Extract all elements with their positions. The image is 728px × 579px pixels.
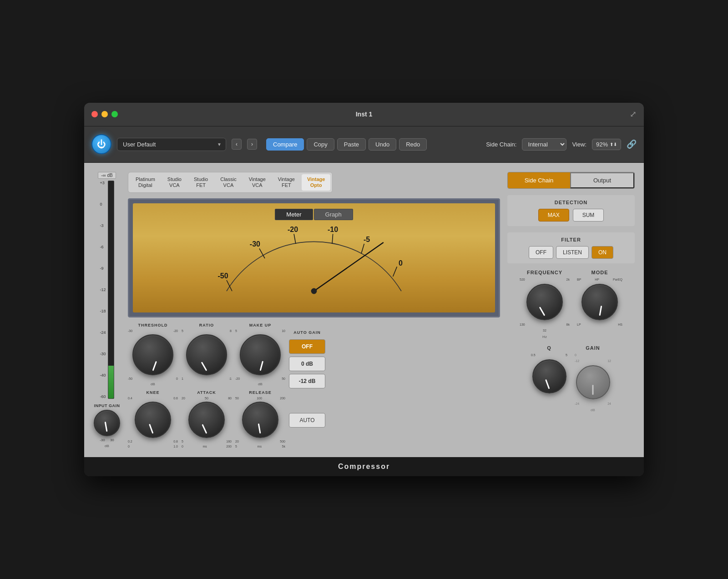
tab-vintage-opto[interactable]: VintageOpto (302, 174, 331, 191)
svg-text:-30: -30 (250, 240, 260, 248)
mode-knob[interactable] (581, 284, 618, 320)
filter-off-button[interactable]: OFF (529, 246, 553, 259)
makeup-scale-top: 510 (235, 329, 285, 332)
freq-mode-row: FREQUENCY 5202k 1308k 32 Hz (507, 270, 635, 339)
gain-knob (576, 365, 610, 399)
freq-scale-top: 5202k (520, 278, 570, 281)
detection-buttons: MAX SUM (512, 209, 630, 222)
meter-tab[interactable]: Meter (275, 209, 313, 220)
graph-tab[interactable]: Graph (314, 209, 353, 220)
tick-minus60: -60 (100, 394, 106, 399)
release-scale-top: 50100200 (235, 397, 285, 400)
compare-button[interactable]: Compare (266, 138, 304, 151)
filter-on-button[interactable]: ON (592, 246, 613, 259)
tab-platinum-digital[interactable]: PlatinumDigital (130, 174, 161, 191)
tick-minus24: -24 (100, 330, 106, 335)
tab-sidechain[interactable]: Side Chain (508, 172, 570, 188)
preset-selector[interactable]: User Default (117, 138, 226, 151)
paste-button[interactable]: Paste (337, 138, 366, 151)
sidechain-selector[interactable]: Internal (522, 138, 566, 151)
ratio-knob[interactable] (186, 334, 227, 375)
attack-knob[interactable] (188, 402, 225, 438)
auto-button[interactable]: AUTO (289, 413, 325, 428)
mode-title: MODE (592, 270, 608, 275)
frequency-knob[interactable] (526, 284, 563, 320)
q-knob[interactable] (532, 359, 566, 393)
tab-vintage-vca[interactable]: VintageVCA (243, 174, 271, 191)
nav-forward-button[interactable]: › (247, 139, 257, 150)
filter-buttons: OFF LISTEN ON (512, 246, 630, 259)
tick-minus30: -30 (100, 352, 106, 356)
max-button[interactable]: MAX (538, 209, 569, 222)
view-percent[interactable]: 92% ⬆⬇ (592, 139, 621, 150)
knee-knob[interactable] (135, 402, 171, 438)
copy-button[interactable]: Copy (307, 138, 334, 151)
tick-minus12: -12 (100, 287, 106, 292)
fullscreen-icon[interactable]: ⤢ (630, 109, 637, 119)
attack-scale-bot: 5160 (182, 440, 232, 443)
input-gain-scale: -30 30 (100, 438, 114, 442)
tick-minus6: -6 (100, 245, 106, 249)
toolbar-right: Side Chain: Internal View: 92% ⬆⬇ 🔗 (486, 138, 637, 151)
window-title: Inst 1 (356, 111, 373, 118)
undo-button[interactable]: Undo (369, 138, 396, 151)
tab-output[interactable]: Output (570, 172, 634, 188)
sidechain-label: Side Chain: (486, 141, 516, 148)
auto-gain-neg12-button[interactable]: -12 dB (289, 374, 325, 388)
makeup-scale-bot: -2050 (235, 377, 285, 380)
attack-scale-bot2: 0ms200 (182, 445, 232, 448)
q-title: Q (547, 345, 551, 351)
nav-back-button[interactable]: ‹ (232, 139, 242, 150)
mode-scale-top: BPHPParEQ (577, 278, 622, 281)
ratio-scale-top: 58 (182, 329, 232, 332)
toolbar: ⏻ User Default ‹ › Compare Copy Paste Un… (84, 126, 644, 163)
threshold-unit: dB (151, 382, 155, 386)
input-gain-label: INPUT GAIN (94, 403, 120, 408)
gain-scale-mid: -1212 (575, 359, 611, 363)
tab-studio-fet[interactable]: StudioFET (188, 174, 213, 191)
meter-graph-tabs: Meter Graph (138, 209, 490, 220)
knee-scale-bot: 0.20.8 (128, 440, 178, 443)
view-label: View: (572, 141, 586, 148)
attack-label: ATTACK (197, 390, 216, 395)
makeup-unit: dB (258, 382, 263, 386)
right-panel: Side Chain Output DETECTION MAX SUM FILT… (507, 172, 635, 448)
makeup-knob[interactable] (240, 334, 281, 375)
power-button[interactable]: ⏻ (91, 134, 111, 154)
knee-scale-bot2: 01.0 (128, 445, 178, 448)
maximize-button[interactable] (111, 111, 118, 117)
mode-section: MODE BPHPParEQ LPHS (577, 270, 622, 339)
svg-point-13 (311, 288, 317, 294)
link-icon[interactable]: 🔗 (627, 139, 637, 149)
filter-section: FILTER OFF LISTEN ON (507, 232, 635, 263)
main-content: -∞ dB +3 0 -3 -6 -9 -12 -18 -24 -30 -40 … (84, 163, 644, 457)
filter-listen-button[interactable]: LISTEN (556, 246, 589, 259)
auto-gain-0db-button[interactable]: 0 dB (289, 357, 325, 371)
tab-classic-vca[interactable]: ClassicVCA (215, 174, 242, 191)
detection-section: DETECTION MAX SUM (507, 195, 635, 226)
redo-button[interactable]: Redo (399, 138, 427, 151)
svg-line-10 (393, 267, 397, 277)
gain-scale: +3 0 -3 -6 -9 -12 -18 -24 -30 -40 -60 (100, 181, 106, 399)
gain-meter-bar (108, 181, 114, 399)
svg-text:-10: -10 (328, 226, 338, 233)
auto-gain-off-button[interactable]: OFF (289, 339, 325, 354)
close-button[interactable] (91, 111, 98, 117)
minimize-button[interactable] (101, 111, 108, 117)
input-gain-knob[interactable] (94, 410, 120, 436)
tick-plus3: +3 (100, 181, 106, 185)
sum-button[interactable]: SUM (573, 209, 604, 222)
threshold-knob[interactable] (132, 334, 173, 375)
svg-line-6 (332, 234, 333, 244)
release-knob[interactable] (242, 402, 278, 438)
svg-text:-50: -50 (217, 272, 228, 280)
freq-scale-mid: 1308k (520, 323, 570, 326)
gain-scale-bot: -2424 (575, 402, 611, 405)
detection-title: DETECTION (512, 200, 630, 205)
auto-button-wrap: AUTO (289, 413, 325, 428)
q-section: Q 0.55 (531, 345, 567, 412)
freq-unit: Hz (542, 335, 547, 339)
tab-vintage-fet[interactable]: VintageFET (273, 174, 300, 191)
makeup-label: MAKE UP (249, 323, 272, 327)
tab-studio-vca[interactable]: StudioVCA (162, 174, 187, 191)
